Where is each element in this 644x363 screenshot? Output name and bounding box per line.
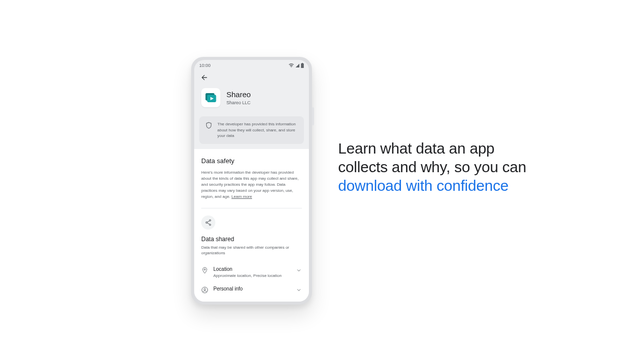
chevron-down-icon (296, 287, 302, 293)
wifi-icon (289, 63, 294, 67)
data-shared-row-personal-info[interactable]: Personal info (201, 283, 302, 294)
person-icon (201, 286, 208, 294)
share-icon (205, 219, 212, 226)
status-time: 10:00 (199, 63, 211, 68)
app-icon (201, 88, 220, 107)
svg-point-2 (204, 269, 206, 270)
data-shared-title: Data shared (201, 236, 302, 243)
share-chip (201, 215, 215, 230)
chevron-down-icon (296, 267, 302, 273)
app-title-block: Shareo Shareo LLC (226, 90, 251, 105)
toolbar (194, 71, 309, 84)
shareo-app-icon (204, 91, 217, 104)
signal-icon (295, 63, 299, 67)
status-icons (289, 63, 304, 68)
app-header: Shareo Shareo LLC (194, 84, 309, 116)
phone-screen: 10:00 (194, 60, 309, 302)
marketing-text-highlight: download with confidence (338, 177, 509, 194)
app-developer[interactable]: Shareo LLC (226, 100, 251, 105)
data-shared-row-body: Location Approximate location, Precise l… (213, 266, 291, 278)
location-pin-icon (201, 267, 208, 274)
data-shared-subtitle: Data that may be shared with other compa… (201, 245, 302, 256)
stage: 10:00 (0, 0, 644, 363)
row-title: Personal info (213, 286, 291, 292)
battery-icon (301, 63, 304, 68)
data-safety-title: Data safety (201, 157, 302, 165)
data-shared-row-body: Personal info (213, 286, 291, 292)
row-subtitle: Approximate location, Precise location (213, 273, 291, 278)
phone-side-button (312, 107, 314, 125)
app-name: Shareo (226, 90, 251, 99)
status-bar: 10:00 (194, 60, 309, 71)
developer-disclosure-text: The developer has provided this informat… (217, 121, 298, 139)
data-shared-row-location[interactable]: Location Approximate location, Precise l… (201, 263, 302, 283)
arrow-left-icon (200, 74, 208, 82)
learn-more-link[interactable]: Learn more (231, 194, 252, 199)
row-title: Location (213, 266, 291, 272)
marketing-headline: Learn what data an app collects and why,… (338, 139, 539, 195)
marketing-text-a: Learn what data an app collects and why,… (338, 140, 526, 175)
developer-disclosure-card: The developer has provided this informat… (199, 116, 304, 144)
phone-frame: 10:00 (191, 57, 312, 305)
back-button[interactable] (199, 72, 209, 83)
svg-point-4 (204, 288, 206, 291)
data-safety-body: Here's more information the developer ha… (201, 170, 302, 200)
data-safety-card: Data safety Here's more information the … (194, 149, 309, 302)
shield-icon (205, 122, 212, 139)
divider (201, 208, 302, 208)
